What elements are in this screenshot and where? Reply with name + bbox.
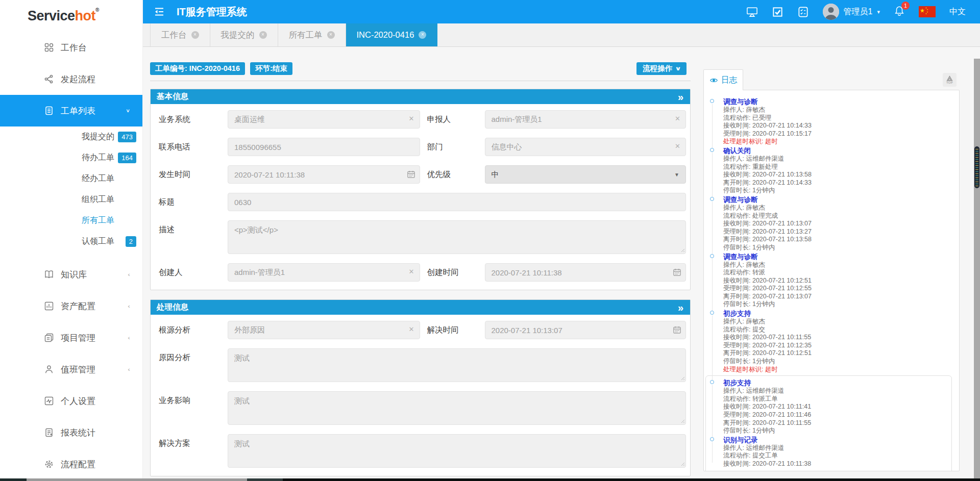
log-entry-title: 识别与记录 [723,436,946,444]
log-entry-line: 流程动作: 提交 [723,326,953,334]
subject-input[interactable] [228,193,686,211]
calendar-icon[interactable] [673,325,681,334]
log-entry-line: 离开时间: 2020-07-21 10:11:55 [723,419,946,427]
field-label: 原因分析 [154,348,228,382]
notification-bell-icon[interactable]: 1 [894,5,905,19]
sidebar-subitem-org[interactable]: 组织工单 [0,189,142,210]
solution-textarea[interactable]: 测试 [228,434,686,468]
clear-icon[interactable]: ✕ [409,115,414,122]
field-label: 标题 [154,193,228,211]
scrollbar-thumb[interactable] [974,146,979,188]
log-entry-line: 流程动作: 转派 [723,269,953,277]
log-entry: 调查与诊断 操作人: 薛敏杰 流程动作: 转派 接收时间: 2020-07-21… [710,252,953,310]
log-entry: 识别与记录 操作人: 运维邮件渠道 流程动作: 提交工单 接收时间: 2020-… [710,436,946,469]
field-label: 解决方案 [154,434,228,468]
close-icon[interactable]: × [419,31,426,39]
log-entry-line: 停留时长: 1分钟内 [723,358,953,366]
page-scrollbar[interactable] [974,59,980,478]
department-input[interactable] [485,138,687,156]
check-square-icon[interactable] [772,6,783,18]
sidebar-item-worklist[interactable]: 工单列表 ∨ [0,95,142,126]
log-entry-line: 操作人: 运维邮件渠道 [723,387,946,395]
tab-all-tickets[interactable]: 所有工单 × [278,23,346,46]
sidebar-item-personal-settings[interactable]: 个人设置 [0,385,142,417]
ticket-status-badge: 环节:结束 [250,62,292,75]
process-action-button[interactable]: 流程操作 ∨ [636,62,687,75]
close-icon[interactable]: × [191,31,199,39]
sidebar-subitem-handled[interactable]: 经办工单 [0,168,142,189]
user-menu[interactable]: 管理员1 ▾ [823,4,880,20]
avatar[interactable] [823,4,839,20]
log-entry-line: 操作人: 薛敏杰 [723,318,953,326]
handle-info-header[interactable]: 处理信息 » [151,300,690,315]
field-label: 创建人 [154,263,228,282]
occur-time-input[interactable] [228,165,420,184]
log-entry-line: 停留时长: 1分钟内 [723,244,953,252]
business-system-input[interactable] [228,110,420,129]
log-entry-line: 停留时长: 1分钟内 [723,187,953,195]
tab-workbench[interactable]: 工作台 × [150,23,210,46]
timeline-dot-icon [710,99,714,103]
process-action-label: 流程操作 [643,64,672,73]
logo-text-hot: hot [75,8,95,24]
sidebar-item-workbench[interactable]: 工作台 [0,32,142,63]
sidebar-item-reports[interactable]: 报表统计 [0,417,142,448]
basic-info-header[interactable]: 基本信息 » [151,89,690,104]
log-entry-line: 操作人: 运维邮件渠道 [723,155,953,163]
reporter-input[interactable] [485,110,687,129]
task-list-icon[interactable] [797,6,809,18]
back-to-top-button[interactable]: TOP [943,73,957,87]
clear-icon[interactable]: ✕ [675,143,680,149]
china-flag-icon[interactable] [919,6,936,17]
asset-chart-icon [44,301,54,311]
log-entry-line: 接收时间: 2020-07-21 10:11:41 [723,403,946,411]
log-entry-line: 离开时间: 2020-07-21 10:13:07 [723,293,953,301]
sidebar-subitem-my-submitted[interactable]: 我提交的 473 [0,126,142,147]
screen-monitor-icon[interactable] [746,6,758,18]
sidebar-item-duty[interactable]: 值班管理 ‹ [0,353,142,385]
create-time-input[interactable] [485,263,687,282]
cause-analysis-textarea[interactable]: 测试 [228,348,686,382]
description-textarea[interactable]: <p>测试</p> [228,220,686,254]
log-entry-line: 受理时间: 2020-07-21 10:15:17 [723,130,953,138]
worklist-icon [44,106,54,116]
sidebar-subitem-claim[interactable]: 认领工单 2 [0,231,142,252]
collapse-section-icon[interactable]: » [678,92,683,102]
top-button-label: TOP [946,82,953,84]
collapse-section-icon[interactable]: » [678,302,683,313]
sidebar-item-start-process[interactable]: 发起流程 [0,63,142,95]
sidebar-item-projects[interactable]: 项目管理 ‹ [0,322,142,353]
tab-my-submitted[interactable]: 我提交的 × [210,23,278,46]
sidebar-item-knowledge[interactable]: 知识库 ‹ [0,259,142,290]
sidebar-item-process-config[interactable]: 流程配置 [0,448,142,478]
solve-time-input[interactable] [485,321,687,339]
sidebar-item-assets[interactable]: 资产配置 ‹ [0,290,142,322]
sidebar-subitem-todo[interactable]: 待办工单 164 [0,147,142,168]
root-cause-input[interactable] [228,321,420,339]
close-icon[interactable]: × [327,31,335,39]
log-entry-line: 流程动作: 重新处理 [723,163,953,171]
tab-log[interactable]: 日志 [703,69,743,90]
clear-icon[interactable]: ✕ [675,115,680,122]
phone-input[interactable] [228,138,420,156]
close-icon[interactable]: × [259,31,267,39]
language-switch[interactable]: 中文 [949,7,966,17]
tab-ticket-inc-2020-0416[interactable]: INC-2020-0416 × [346,23,438,46]
sidebar-subitem-all-tickets[interactable]: 所有工单 [0,210,142,231]
business-impact-textarea[interactable]: 测试 [228,391,686,425]
field-label: 业务影响 [154,391,228,425]
sidebar-collapse-icon[interactable] [153,6,165,18]
chevron-down-icon: ∨ [126,108,130,113]
priority-select[interactable]: 中 ▼ [485,165,687,184]
clear-icon[interactable]: ✕ [409,268,414,275]
calendar-icon[interactable] [407,170,415,179]
logo-registered-mark: ® [95,7,99,13]
log-entry: 调查与诊断 操作人: 薛敏杰 流程动作: 处理完成 接收时间: 2020-07-… [710,195,953,252]
log-entry-line: 流程动作: 转派工单 [723,395,946,403]
chevron-left-icon: ‹ [128,366,130,373]
calendar-icon[interactable] [673,268,681,276]
creator-input[interactable] [228,263,420,282]
tab-label: 我提交的 [221,30,255,41]
sidebar-item-label: 资产配置 [61,300,95,312]
clear-icon[interactable]: ✕ [409,326,414,333]
